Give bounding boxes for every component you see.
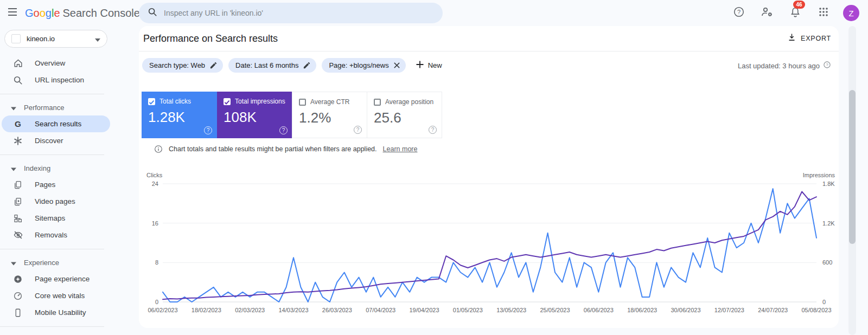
sidebar-item-discover[interactable]: Discover (2, 132, 110, 149)
sidebar-item-label: Mobile Usability (35, 308, 86, 317)
info-text: Chart totals and table results might be … (169, 145, 377, 153)
eye-off-icon (12, 230, 23, 241)
checkbox-unchecked-icon[interactable] (299, 99, 306, 106)
sidebar-divider (0, 94, 104, 94)
sidebar-item-sitemaps[interactable]: Sitemaps (2, 210, 110, 227)
topbar-actions: ? 46 Z (730, 0, 859, 26)
sidebar-item-removals[interactable]: Removals (2, 227, 110, 243)
chip-label: Search type: Web (149, 61, 205, 69)
metric-cards: Total clicks1.28K?Total impressions108K?… (142, 92, 442, 138)
chevron-down-icon (95, 34, 100, 44)
sidebar-divider (0, 154, 104, 155)
y-axis-tick-clicks: 8 (155, 259, 158, 266)
y-axis-tick-clicks: 24 (152, 181, 158, 187)
home-icon (12, 58, 23, 69)
manage-users-button[interactable] (758, 4, 776, 22)
help-icon: ? (733, 6, 745, 20)
learn-more-link[interactable]: Learn more (383, 145, 418, 153)
gauge-icon (12, 291, 23, 301)
sidebar: kineon.io OverviewURL inspectionPerforma… (0, 26, 139, 335)
sidebar-item-page-experience[interactable]: Page experience (2, 270, 110, 287)
edit-pencil-icon[interactable] (303, 61, 311, 69)
collapse-caret-icon (11, 103, 16, 113)
section-label: Performance (24, 104, 64, 112)
avatar[interactable]: Z (843, 5, 859, 21)
y-axis-title-clicks: Clicks (146, 172, 163, 178)
sitemap-icon (12, 213, 23, 224)
property-selector[interactable]: kineon.io (4, 30, 107, 48)
metric-card-total-impressions[interactable]: Total impressions108K? (217, 92, 292, 138)
page-header: Performance on Search results EXPORT (139, 26, 839, 51)
sidebar-item-search-results[interactable]: GSearch results (2, 115, 110, 132)
metric-label: Total clicks (159, 98, 191, 105)
question-icon[interactable]: ? (823, 61, 831, 70)
chart-svg: 008600161.2K241.8KClicksImpressions06/02… (142, 168, 837, 319)
sidebar-nav: OverviewURL inspectionPerformanceGSearch… (0, 55, 139, 335)
sidebar-item-core-web-vitals[interactable]: Core web vitals (2, 287, 110, 304)
x-axis-tick: 01/05/2023 (453, 307, 483, 313)
y-axis-tick-impressions: 1.2K (822, 220, 835, 227)
x-axis-tick: 06/06/2023 (584, 307, 614, 313)
sidebar-item-mobile-usability[interactable]: Mobile Usability (2, 304, 110, 321)
chip-label: Page: +blogs/news (329, 61, 388, 69)
chip-label: Date: Last 6 months (235, 61, 298, 69)
metric-help-icon[interactable]: ? (204, 126, 212, 134)
x-axis-tick: 02/03/2023 (235, 307, 265, 313)
sidebar-item-label: Pages (35, 181, 55, 189)
checkbox-checked-icon[interactable] (148, 98, 155, 105)
url-inspect-search-bar[interactable] (139, 3, 443, 23)
section-header-indexing[interactable]: Indexing (0, 160, 139, 176)
apps-grid-button[interactable] (815, 4, 832, 22)
scrollbar-thumb[interactable] (849, 90, 856, 244)
google-letter: g (46, 7, 52, 19)
sidebar-item-label: Discover (35, 137, 63, 145)
section-label: Indexing (24, 164, 50, 172)
notifications-button[interactable]: 46 (787, 4, 804, 22)
search-input[interactable] (164, 9, 424, 17)
metric-help-icon[interactable]: ? (354, 126, 362, 134)
hamburger-menu-button[interactable] (0, 0, 25, 26)
g-icon: G (12, 119, 23, 130)
remove-filter-icon[interactable] (393, 62, 400, 69)
sidebar-item-overview[interactable]: Overview (2, 55, 110, 72)
filter-chip-page[interactable]: Page: +blogs/news (322, 58, 405, 73)
metric-card-total-clicks[interactable]: Total clicks1.28K? (142, 92, 217, 138)
product-name: Search Console (63, 7, 140, 20)
help-button[interactable]: ? (730, 4, 748, 22)
filter-chip-search-type[interactable]: Search type: Web (142, 58, 223, 73)
sidebar-item-video-pages[interactable]: Video pages (2, 193, 110, 210)
sidebar-item-pages[interactable]: Pages (2, 176, 110, 193)
x-axis-tick: 14/03/2023 (278, 307, 308, 313)
svg-text:G: G (15, 119, 21, 128)
y-axis-title-impressions: Impressions (803, 172, 835, 178)
new-filter-label: New (428, 61, 442, 69)
new-filter-button[interactable]: New (416, 60, 442, 71)
x-axis-tick: 12/07/2023 (714, 307, 744, 313)
section-header-shopping[interactable]: Shopping (0, 332, 139, 335)
x-axis-tick: 19/04/2023 (409, 307, 439, 313)
google-wordmark: Google (25, 7, 60, 20)
filter-chip-date[interactable]: Date: Last 6 months (228, 58, 316, 73)
metric-help-icon[interactable]: ? (429, 126, 437, 134)
checkbox-checked-icon[interactable] (224, 98, 231, 105)
section-header-experience[interactable]: Experience (0, 255, 139, 270)
metric-help-icon[interactable]: ? (279, 126, 288, 134)
checkbox-unchecked-icon[interactable] (374, 99, 381, 106)
google-letter: G (25, 7, 34, 19)
download-icon (787, 33, 796, 44)
sidebar-item-url-inspection[interactable]: URL inspection (2, 72, 110, 88)
metric-value: 1.28K (148, 109, 210, 126)
section-header-performance[interactable]: Performance (0, 100, 139, 115)
sidebar-divider (0, 249, 104, 249)
phone-icon (12, 307, 23, 318)
experience-icon (12, 274, 23, 285)
x-axis-tick: 13/05/2023 (496, 307, 526, 313)
metric-card-average-position[interactable]: Average position25.6? (367, 92, 442, 138)
metric-label: Average position (385, 98, 433, 106)
metric-card-average-ctr[interactable]: Average CTR1.2%? (292, 92, 367, 138)
asterisk-icon (12, 136, 23, 146)
y-axis-tick-impressions: 0 (822, 299, 826, 305)
export-button[interactable]: EXPORT (787, 33, 831, 44)
google-letter: o (34, 7, 40, 19)
edit-pencil-icon[interactable] (209, 61, 218, 69)
